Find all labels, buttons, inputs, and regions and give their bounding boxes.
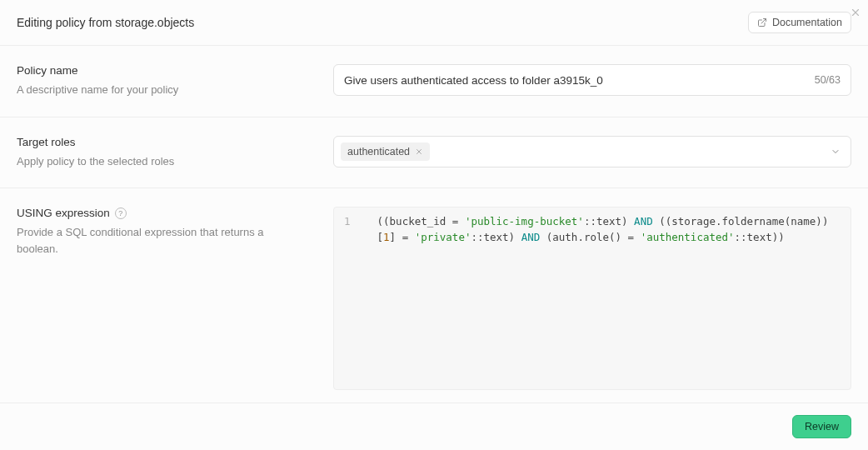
using-expression-label-text: USING expression xyxy=(17,207,110,219)
line-gutter: 1 xyxy=(334,208,361,389)
close-icon[interactable] xyxy=(850,7,861,18)
documentation-label: Documentation xyxy=(772,17,842,28)
policy-name-input[interactable] xyxy=(344,74,808,87)
modal-header: Editing policy from storage.objects Docu… xyxy=(0,0,868,46)
external-link-icon xyxy=(757,18,767,28)
role-chip: authenticated xyxy=(341,142,430,161)
chevron-down-icon xyxy=(831,147,841,157)
policy-name-label: Policy name xyxy=(17,64,300,77)
policy-name-section: Policy name A descriptive name for your … xyxy=(0,46,868,118)
target-roles-description: Apply policy to the selected roles xyxy=(17,153,300,170)
policy-name-description: A descriptive name for your policy xyxy=(17,82,300,98)
policy-name-input-wrapper: 50/63 xyxy=(333,64,851,96)
using-expression-description: Provide a SQL conditional expression tha… xyxy=(17,224,300,257)
line-number: 1 xyxy=(344,214,351,230)
chip-remove-icon[interactable] xyxy=(415,148,423,156)
help-icon[interactable]: ? xyxy=(115,208,127,219)
target-roles-section: Target roles Apply policy to the selecte… xyxy=(0,118,868,189)
target-roles-label: Target roles xyxy=(17,136,300,148)
review-button[interactable]: Review xyxy=(792,415,851,438)
using-expression-label: USING expression ? xyxy=(17,207,300,219)
documentation-button[interactable]: Documentation xyxy=(748,12,851,33)
sql-code-content[interactable]: ((bucket_id = 'public-img-bucket'::text)… xyxy=(361,208,851,389)
svg-line-0 xyxy=(761,19,766,24)
using-expression-section: USING expression ? Provide a SQL conditi… xyxy=(0,188,868,408)
target-roles-select[interactable]: authenticated xyxy=(333,136,851,168)
sql-editor[interactable]: 1 ((bucket_id = 'public-img-bucket'::tex… xyxy=(333,207,851,390)
modal-footer: Review xyxy=(0,402,868,450)
policy-name-char-count: 50/63 xyxy=(808,74,841,86)
role-chip-label: authenticated xyxy=(347,146,410,158)
modal-title: Editing policy from storage.objects xyxy=(17,16,194,29)
